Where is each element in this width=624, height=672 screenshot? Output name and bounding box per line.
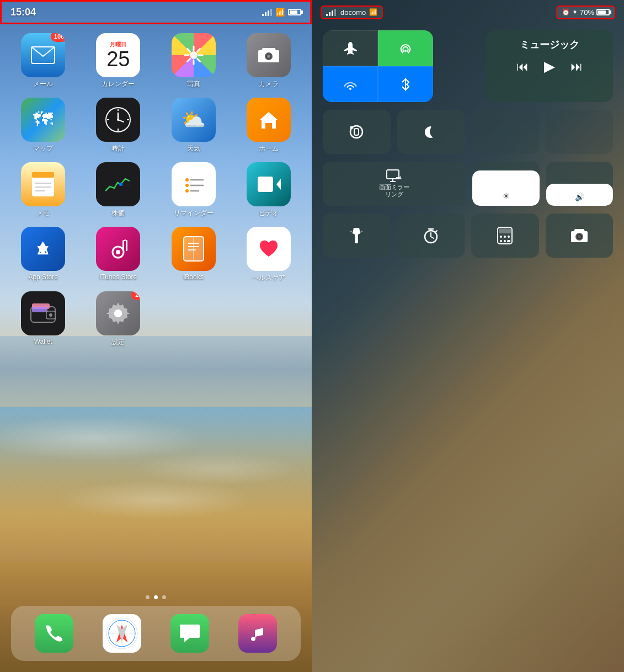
svg-rect-34 (258, 177, 273, 192)
wallet-label: Wallet (34, 338, 52, 345)
settings-icon: 2 (96, 291, 140, 335)
app-item-stocks[interactable]: 株価 (85, 162, 151, 218)
svg-rect-49 (32, 307, 47, 312)
dock-safari[interactable] (103, 614, 141, 653)
wave-overlay (0, 407, 312, 562)
carrier-text: docomo (340, 8, 366, 17)
screen-mirror-text: 画面ミラー リング (379, 184, 409, 198)
app-item-mail[interactable]: 108 メール (10, 33, 76, 89)
airplane-toggle[interactable] (323, 30, 378, 66)
svg-point-86 (578, 235, 581, 238)
itunes-icon (96, 227, 140, 271)
screen-mirror-btn[interactable]: 画面ミラー リング (323, 162, 466, 206)
timer-btn[interactable] (397, 214, 465, 258)
brightness-slider[interactable]: ☀ (472, 162, 540, 206)
wifi-toggle[interactable] (323, 66, 378, 102)
weather-label: 天気 (187, 144, 200, 153)
stocks-label: 株価 (111, 209, 125, 218)
svg-line-7 (197, 59, 200, 62)
svg-point-80 (508, 236, 510, 238)
appstore-label: App Store (28, 273, 57, 281)
svg-point-51 (49, 313, 52, 317)
app-item-ibooks[interactable]: iBooks (161, 227, 227, 282)
app-item-clock[interactable]: 時計 (85, 98, 151, 153)
dock-messages[interactable] (170, 614, 209, 653)
dock-music[interactable] (238, 614, 277, 653)
app-item-wallet[interactable]: Wallet (10, 291, 76, 347)
cellular-toggle[interactable] (378, 30, 433, 66)
dock-phone[interactable] (35, 614, 73, 653)
mail-icon: 108 (21, 33, 65, 77)
app-item-reminders[interactable]: リマインダー (161, 162, 227, 218)
status-battery-box: ⏰ ✦ 70% (556, 6, 615, 19)
svg-rect-21 (32, 175, 54, 196)
app-item-itunes[interactable]: iTunes Store (85, 227, 151, 282)
home-icon (247, 98, 291, 142)
battery-percent: 70% (580, 8, 594, 17)
status-time: 15:04 (10, 7, 36, 18)
svg-point-82 (504, 240, 506, 242)
alarm-icon: ⏰ (562, 8, 570, 16)
next-button[interactable]: ⏭ (570, 60, 583, 74)
empty-btn-1[interactable] (471, 110, 539, 154)
app-item-maps[interactable]: 🗺 マップ (10, 98, 76, 153)
safari-dock-icon (103, 614, 141, 653)
svg-marker-35 (276, 179, 281, 190)
empty-btn-2[interactable] (546, 110, 614, 154)
videos-icon (247, 162, 291, 206)
left-panel: 15:04 📶 108 メール (0, 0, 312, 672)
svg-line-6 (187, 49, 190, 52)
app-item-videos[interactable]: ビデオ (236, 162, 302, 218)
app-item-settings[interactable]: 2 設定 (85, 291, 151, 347)
volume-icon: 🔊 (575, 193, 584, 201)
phone-dock-icon (35, 614, 73, 653)
svg-point-38 (116, 250, 120, 254)
svg-text:A: A (38, 239, 49, 257)
svg-point-78 (500, 236, 502, 238)
page-dot-1[interactable] (146, 595, 150, 599)
brightness-icon: ☀ (502, 191, 510, 201)
cc-row3: 画面ミラー リング ☀ 🔊 (323, 162, 613, 206)
app-item-photos[interactable]: 写真 (161, 33, 227, 89)
svg-point-81 (500, 240, 502, 242)
stocks-icon (96, 162, 140, 206)
settings-badge: 2 (131, 291, 140, 300)
app-item-home[interactable]: ホーム (236, 98, 302, 153)
camera-shortcut-btn[interactable] (546, 214, 614, 258)
svg-line-68 (360, 231, 362, 232)
page-dot-2[interactable] (154, 595, 158, 599)
clock-label: 時計 (111, 144, 125, 153)
cal-day: 25 (106, 49, 130, 70)
svg-point-60 (404, 50, 407, 52)
music-widget-title: ミュージック (495, 38, 604, 51)
svg-point-79 (504, 236, 506, 238)
status-bar-left: 15:04 📶 (0, 0, 312, 24)
svg-rect-62 (354, 129, 359, 135)
play-button[interactable]: ▶ (544, 58, 555, 75)
signal-bars-icon (262, 8, 272, 16)
app-item-camera[interactable]: カメラ (236, 33, 302, 89)
calculator-btn[interactable] (471, 214, 539, 258)
prev-button[interactable]: ⏮ (516, 60, 529, 74)
dock (11, 606, 301, 661)
ibooks-label: iBooks (184, 273, 204, 281)
svg-point-32 (185, 189, 189, 193)
bluetooth-toggle[interactable] (378, 66, 433, 102)
app-item-calendar[interactable]: 月曜日 25 カレンダー (85, 33, 151, 89)
app-item-appstore[interactable]: A App Store (10, 227, 76, 282)
app-item-weather[interactable]: ⛅ 天気 (161, 98, 227, 153)
wifi-icon: 📶 (275, 8, 285, 17)
svg-point-28 (185, 178, 189, 182)
rotation-lock-btn[interactable] (323, 110, 391, 154)
camera-icon (247, 33, 291, 77)
app-item-health[interactable]: ヘルスケア (236, 227, 302, 282)
clock-icon (96, 98, 140, 142)
svg-point-30 (185, 184, 189, 187)
cc-row2 (323, 110, 613, 154)
control-center-content: ミュージック ⏮ ▶ ⏭ (323, 30, 613, 661)
volume-slider[interactable]: 🔊 (546, 162, 614, 206)
app-item-notes[interactable]: メモ (10, 162, 76, 218)
night-mode-btn[interactable] (397, 110, 465, 154)
page-dot-3[interactable] (162, 595, 166, 599)
flashlight-btn[interactable] (323, 214, 391, 258)
